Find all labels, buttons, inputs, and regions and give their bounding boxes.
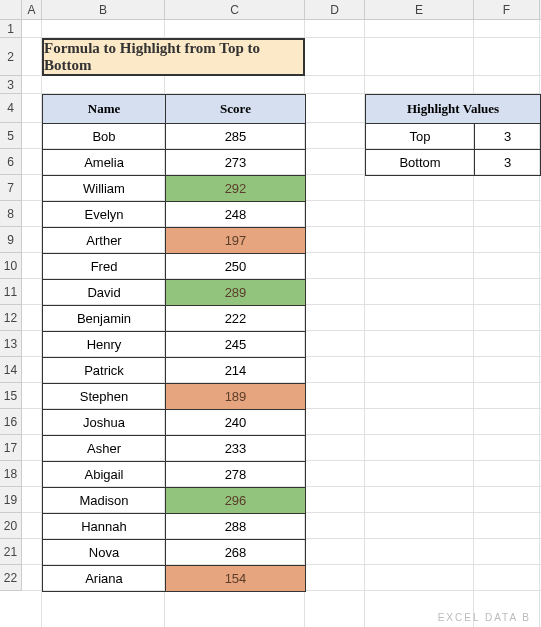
table-row: Joshua240 xyxy=(43,410,306,436)
score-cell[interactable]: 296 xyxy=(166,488,306,514)
table-row: Ariana154 xyxy=(43,566,306,592)
row-header-11[interactable]: 11 xyxy=(0,279,21,305)
row-header-16[interactable]: 16 xyxy=(0,409,21,435)
col-header-E[interactable]: E xyxy=(365,0,474,19)
score-cell[interactable]: 292 xyxy=(166,176,306,202)
row-header-18[interactable]: 18 xyxy=(0,461,21,487)
col-header-A[interactable]: A xyxy=(22,0,42,19)
score-cell[interactable]: 273 xyxy=(166,150,306,176)
table-row: Patrick214 xyxy=(43,358,306,384)
row-header-17[interactable]: 17 xyxy=(0,435,21,461)
row-header-13[interactable]: 13 xyxy=(0,331,21,357)
score-cell[interactable]: 214 xyxy=(166,358,306,384)
watermark: EXCEL DATA B xyxy=(438,612,531,623)
name-cell[interactable]: David xyxy=(43,280,166,306)
score-cell[interactable]: 278 xyxy=(166,462,306,488)
table-row: Henry245 xyxy=(43,332,306,358)
score-cell[interactable]: 245 xyxy=(166,332,306,358)
score-cell[interactable]: 189 xyxy=(166,384,306,410)
hv-label-cell[interactable]: Bottom xyxy=(366,150,475,176)
name-cell[interactable]: Benjamin xyxy=(43,306,166,332)
row-header-9[interactable]: 9 xyxy=(0,227,21,253)
row-header-4[interactable]: 4 xyxy=(0,94,21,123)
row-header-6[interactable]: 6 xyxy=(0,149,21,175)
table-row: William292 xyxy=(43,176,306,202)
table-row: Top3 xyxy=(366,124,541,150)
name-cell[interactable]: Amelia xyxy=(43,150,166,176)
col-header-C[interactable]: C xyxy=(165,0,305,19)
row-header-19[interactable]: 19 xyxy=(0,487,21,513)
score-cell[interactable]: 222 xyxy=(166,306,306,332)
score-cell[interactable]: 288 xyxy=(166,514,306,540)
column-headers: ABCDEF xyxy=(0,0,541,20)
name-cell[interactable]: Bob xyxy=(43,124,166,150)
score-cell[interactable]: 268 xyxy=(166,540,306,566)
table-row: Abigail278 xyxy=(43,462,306,488)
name-cell[interactable]: Nova xyxy=(43,540,166,566)
main-header-name[interactable]: Name xyxy=(43,95,166,124)
row-header-15[interactable]: 15 xyxy=(0,383,21,409)
table-row: David289 xyxy=(43,280,306,306)
name-cell[interactable]: Evelyn xyxy=(43,202,166,228)
table-row: Stephen189 xyxy=(43,384,306,410)
name-cell[interactable]: Asher xyxy=(43,436,166,462)
table-row: Bottom3 xyxy=(366,150,541,176)
name-cell[interactable]: Hannah xyxy=(43,514,166,540)
page-title: Formula to Highlight from Top to Bottom xyxy=(42,38,305,76)
col-header-D[interactable]: D xyxy=(305,0,365,19)
score-cell[interactable]: 248 xyxy=(166,202,306,228)
table-row: Bob285 xyxy=(43,124,306,150)
row-header-8[interactable]: 8 xyxy=(0,201,21,227)
hv-value-cell[interactable]: 3 xyxy=(475,124,541,150)
col-header-F[interactable]: F xyxy=(474,0,540,19)
row-header-5[interactable]: 5 xyxy=(0,123,21,149)
row-header-21[interactable]: 21 xyxy=(0,539,21,565)
row-header-22[interactable]: 22 xyxy=(0,565,21,591)
table-row: Evelyn248 xyxy=(43,202,306,228)
row-header-2[interactable]: 2 xyxy=(0,38,21,76)
table-row: Benjamin222 xyxy=(43,306,306,332)
main-table: NameScoreBob285Amelia273William292Evelyn… xyxy=(42,94,306,592)
name-cell[interactable]: Arther xyxy=(43,228,166,254)
table-row: Arther197 xyxy=(43,228,306,254)
name-cell[interactable]: Stephen xyxy=(43,384,166,410)
row-header-12[interactable]: 12 xyxy=(0,305,21,331)
main-header-score[interactable]: Score xyxy=(166,95,306,124)
col-header-B[interactable]: B xyxy=(42,0,165,19)
table-row: Fred250 xyxy=(43,254,306,280)
score-cell[interactable]: 289 xyxy=(166,280,306,306)
highlight-values-header[interactable]: Highlight Values xyxy=(366,95,541,124)
table-row: Madison296 xyxy=(43,488,306,514)
score-cell[interactable]: 233 xyxy=(166,436,306,462)
name-cell[interactable]: Ariana xyxy=(43,566,166,592)
table-row: Asher233 xyxy=(43,436,306,462)
name-cell[interactable]: Fred xyxy=(43,254,166,280)
table-row: Nova268 xyxy=(43,540,306,566)
score-cell[interactable]: 240 xyxy=(166,410,306,436)
name-cell[interactable]: Abigail xyxy=(43,462,166,488)
row-header-1[interactable]: 1 xyxy=(0,20,21,38)
row-header-10[interactable]: 10 xyxy=(0,253,21,279)
score-cell[interactable]: 154 xyxy=(166,566,306,592)
highlight-values-table: Highlight ValuesTop3Bottom3 xyxy=(365,94,541,176)
table-row: Hannah288 xyxy=(43,514,306,540)
row-header-7[interactable]: 7 xyxy=(0,175,21,201)
name-cell[interactable]: William xyxy=(43,176,166,202)
row-header-20[interactable]: 20 xyxy=(0,513,21,539)
name-cell[interactable]: Patrick xyxy=(43,358,166,384)
row-headers: 12345678910111213141516171819202122 xyxy=(0,20,22,591)
hv-value-cell[interactable]: 3 xyxy=(475,150,541,176)
name-cell[interactable]: Madison xyxy=(43,488,166,514)
row-header-14[interactable]: 14 xyxy=(0,357,21,383)
hv-label-cell[interactable]: Top xyxy=(366,124,475,150)
score-cell[interactable]: 197 xyxy=(166,228,306,254)
score-cell[interactable]: 250 xyxy=(166,254,306,280)
name-cell[interactable]: Joshua xyxy=(43,410,166,436)
table-row: Amelia273 xyxy=(43,150,306,176)
score-cell[interactable]: 285 xyxy=(166,124,306,150)
row-header-3[interactable]: 3 xyxy=(0,76,21,94)
name-cell[interactable]: Henry xyxy=(43,332,166,358)
